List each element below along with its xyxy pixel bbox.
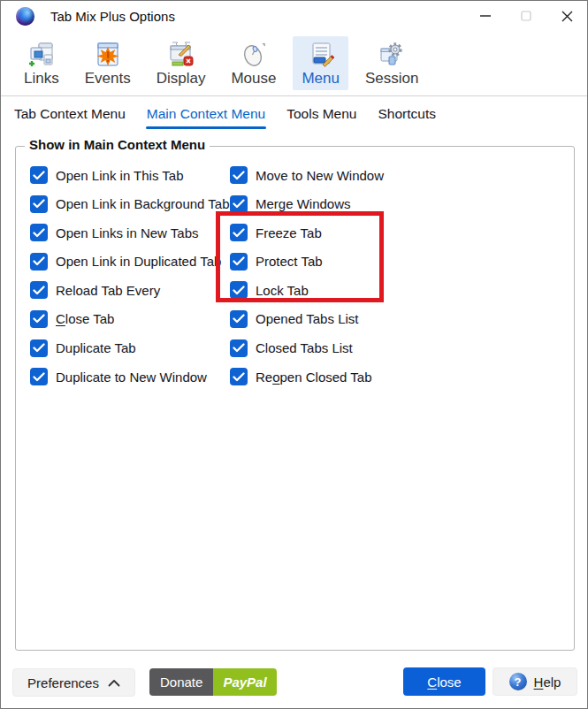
- toolbar-label-display: Display: [157, 71, 206, 88]
- checkbox-checked-icon[interactable]: [230, 166, 248, 184]
- toolbar-label-events: Events: [85, 71, 131, 88]
- checkbox-checked-icon[interactable]: [230, 368, 248, 385]
- checkbox-freeze-tab[interactable]: Freeze Tab: [230, 219, 384, 246]
- toolbar-item-mouse[interactable]: Mouse: [222, 36, 285, 91]
- options-toolbar: Links Events: [1, 31, 587, 95]
- toolbar-item-display[interactable]: Display: [148, 36, 215, 91]
- menu-icon: [307, 41, 335, 69]
- close-icon: [561, 11, 573, 22]
- window-controls: [465, 1, 587, 31]
- window-title: Tab Mix Plus Options: [50, 9, 175, 24]
- checkbox-open-link-in-this-tab[interactable]: Open Link in This Tab: [30, 162, 230, 188]
- show-in-main-context-menu-group: Show in Main Context Menu Open Link in T…: [15, 146, 575, 651]
- firefox-logo-icon: [16, 7, 34, 26]
- checkbox-open-link-in-background-tab[interactable]: Open Link in Background Tab: [30, 191, 230, 217]
- tab-mix-plus-options-window: Tab Mix Plus Options: [0, 0, 588, 709]
- help-question-icon: ?: [509, 673, 527, 690]
- checkbox-duplicate-tab[interactable]: Duplicate Tab: [30, 335, 230, 362]
- checkbox-checked-icon[interactable]: [230, 253, 248, 271]
- toolbar-label-mouse: Mouse: [231, 71, 276, 88]
- checkbox-reopen-closed-tab[interactable]: Reopen Closed Tab: [230, 363, 384, 390]
- checkbox-column-left: Open Link in This Tab Open Link in Backg…: [30, 162, 230, 393]
- menu-tabstrip: Tab Context Menu Main Context Menu Tools…: [1, 96, 587, 131]
- donate-paypal-button[interactable]: Donate PayPal: [149, 668, 277, 696]
- tab-tab-context-menu[interactable]: Tab Context Menu: [13, 96, 126, 131]
- links-icon: [27, 41, 56, 69]
- checkbox-lock-tab[interactable]: Lock Tab: [230, 277, 384, 303]
- mouse-icon: [240, 41, 268, 69]
- toolbar-label-menu: Menu: [302, 71, 340, 88]
- groupbox-legend: Show in Main Context Menu: [25, 137, 210, 152]
- checkbox-checked-icon[interactable]: [30, 310, 48, 328]
- minimize-icon: [480, 15, 491, 17]
- session-icon: [378, 41, 406, 69]
- checkbox-checked-icon[interactable]: [30, 195, 48, 213]
- checkbox-checked-icon[interactable]: [30, 166, 48, 184]
- tab-shortcuts[interactable]: Shortcuts: [377, 96, 436, 131]
- checkbox-checked-icon[interactable]: [230, 195, 248, 213]
- checkbox-reload-tab-every[interactable]: Reload Tab Every: [30, 277, 230, 303]
- toolbar-item-menu[interactable]: Menu: [293, 36, 348, 91]
- checkbox-merge-windows[interactable]: Merge Windows: [230, 191, 384, 217]
- checkbox-checked-icon[interactable]: [30, 339, 48, 357]
- selected-tab-underline: [146, 126, 266, 129]
- display-icon: [167, 41, 195, 69]
- tab-tools-menu[interactable]: Tools Menu: [286, 96, 357, 131]
- checkbox-checked-icon[interactable]: [230, 310, 248, 328]
- maximize-icon: [521, 11, 531, 21]
- checkbox-opened-tabs-list[interactable]: Opened Tabs List: [230, 306, 384, 332]
- minimize-button[interactable]: [465, 1, 506, 31]
- paypal-label[interactable]: PayPal: [213, 668, 276, 696]
- toolbar-label-session: Session: [365, 71, 418, 88]
- checkbox-checked-icon[interactable]: [230, 281, 248, 299]
- checkbox-column-right: Move to New Window Merge Windows Freeze …: [230, 162, 384, 393]
- titlebar: Tab Mix Plus Options: [1, 1, 587, 31]
- checkbox-duplicate-to-new-window[interactable]: Duplicate to New Window: [30, 363, 230, 390]
- close-window-button[interactable]: [546, 1, 587, 31]
- checkbox-checked-icon[interactable]: [30, 281, 48, 299]
- checkbox-move-to-new-window[interactable]: Move to New Window: [230, 162, 384, 188]
- toolbar-item-session[interactable]: Session: [356, 36, 427, 91]
- close-button[interactable]: Close: [403, 667, 485, 696]
- toolbar-label-links: Links: [24, 71, 59, 88]
- chevron-up-icon: [108, 679, 120, 687]
- toolbar-item-events[interactable]: Events: [76, 36, 140, 91]
- checkbox-checked-icon[interactable]: [230, 224, 248, 241]
- checkbox-open-link-in-duplicated-tab[interactable]: Open Link in Duplicated Tab: [30, 248, 230, 275]
- events-icon: [94, 41, 122, 69]
- toolbar-item-links[interactable]: Links: [15, 36, 68, 91]
- checkbox-close-tab[interactable]: Close Tab: [30, 306, 230, 332]
- checkbox-checked-icon[interactable]: [30, 253, 48, 271]
- checkbox-checked-icon[interactable]: [30, 224, 48, 241]
- maximize-button[interactable]: [506, 1, 546, 31]
- checkbox-checked-icon[interactable]: [30, 368, 48, 385]
- checkbox-checked-icon[interactable]: [230, 339, 248, 357]
- tab-main-context-menu[interactable]: Main Context Menu: [146, 96, 266, 131]
- preferences-button[interactable]: Preferences: [12, 668, 135, 697]
- donate-label[interactable]: Donate: [149, 668, 213, 696]
- help-button[interactable]: ? Help: [493, 667, 577, 696]
- checkbox-open-links-in-new-tabs[interactable]: Open Links in New Tabs: [30, 219, 230, 246]
- checkbox-closed-tabs-list[interactable]: Closed Tabs List: [230, 335, 384, 362]
- checkbox-protect-tab[interactable]: Protect Tab: [230, 248, 384, 275]
